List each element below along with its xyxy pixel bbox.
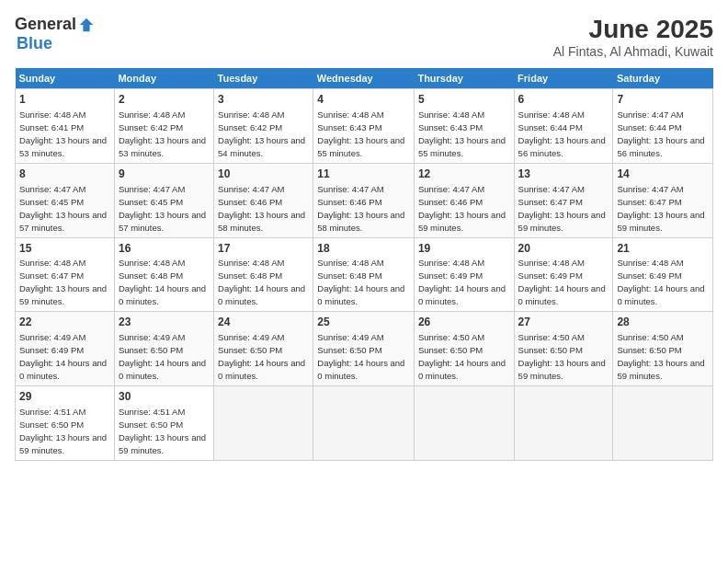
day-number: 17 — [218, 241, 309, 257]
day-number: 15 — [19, 241, 110, 257]
day-info: Sunrise: 4:50 AMSunset: 6:50 PMDaylight:… — [418, 332, 506, 381]
table-row: 26Sunrise: 4:50 AMSunset: 6:50 PMDayligh… — [414, 312, 514, 386]
day-info: Sunrise: 4:48 AMSunset: 6:47 PMDaylight:… — [19, 258, 107, 306]
calendar-week-row: 15Sunrise: 4:48 AMSunset: 6:47 PMDayligh… — [16, 237, 713, 312]
table-row — [613, 386, 713, 461]
day-info: Sunrise: 4:47 AMSunset: 6:47 PMDaylight:… — [518, 184, 606, 233]
logo-icon — [78, 17, 95, 33]
day-info: Sunrise: 4:48 AMSunset: 6:48 PMDaylight:… — [317, 258, 404, 306]
table-row: 5Sunrise: 4:48 AMSunset: 6:43 PMDaylight… — [414, 89, 514, 164]
day-number: 2 — [119, 92, 210, 108]
day-number: 10 — [218, 167, 309, 182]
calendar-header-row: Sunday Monday Tuesday Wednesday Thursday… — [16, 68, 713, 89]
table-row: 7Sunrise: 4:47 AMSunset: 6:44 PMDaylight… — [613, 89, 713, 164]
table-row: 28Sunrise: 4:50 AMSunset: 6:50 PMDayligh… — [613, 312, 713, 386]
day-number: 18 — [317, 241, 410, 257]
day-number: 13 — [518, 167, 609, 182]
header-sunday: Sunday — [16, 68, 115, 89]
day-info: Sunrise: 4:49 AMSunset: 6:49 PMDaylight:… — [19, 332, 107, 381]
day-number: 1 — [19, 92, 110, 108]
table-row: 22Sunrise: 4:49 AMSunset: 6:49 PMDayligh… — [16, 312, 115, 386]
table-row: 1Sunrise: 4:48 AMSunset: 6:41 PMDaylight… — [16, 89, 115, 164]
table-row: 19Sunrise: 4:48 AMSunset: 6:49 PMDayligh… — [414, 237, 514, 312]
day-info: Sunrise: 4:48 AMSunset: 6:42 PMDaylight:… — [119, 109, 206, 158]
page: General Blue June 2025 Al Fintas, Al Ahm… — [0, 0, 728, 563]
day-number: 6 — [518, 92, 609, 108]
day-number: 12 — [418, 167, 510, 182]
day-info: Sunrise: 4:47 AMSunset: 6:47 PMDaylight:… — [617, 184, 704, 233]
day-number: 16 — [119, 241, 210, 257]
day-number: 23 — [119, 315, 210, 330]
table-row: 17Sunrise: 4:48 AMSunset: 6:48 PMDayligh… — [214, 237, 313, 312]
day-info: Sunrise: 4:48 AMSunset: 6:44 PMDaylight:… — [518, 109, 606, 158]
table-row: 18Sunrise: 4:48 AMSunset: 6:48 PMDayligh… — [313, 237, 415, 312]
table-row — [414, 386, 514, 461]
day-number: 25 — [317, 315, 410, 330]
day-info: Sunrise: 4:48 AMSunset: 6:43 PMDaylight:… — [418, 109, 506, 158]
day-number: 20 — [518, 241, 609, 257]
table-row — [214, 386, 313, 461]
month-title: June 2025 — [553, 15, 713, 44]
day-number: 28 — [617, 315, 709, 330]
title-area: June 2025 Al Fintas, Al Ahmadi, Kuwait — [553, 15, 713, 59]
table-row: 8Sunrise: 4:47 AMSunset: 6:45 PMDaylight… — [16, 163, 115, 237]
day-info: Sunrise: 4:49 AMSunset: 6:50 PMDaylight:… — [317, 332, 404, 381]
day-number: 29 — [19, 389, 110, 405]
day-info: Sunrise: 4:51 AMSunset: 6:50 PMDaylight:… — [119, 407, 206, 455]
table-row: 15Sunrise: 4:48 AMSunset: 6:47 PMDayligh… — [16, 237, 115, 312]
table-row: 21Sunrise: 4:48 AMSunset: 6:49 PMDayligh… — [613, 237, 713, 312]
day-number: 27 — [518, 315, 609, 330]
calendar-week-row: 8Sunrise: 4:47 AMSunset: 6:45 PMDaylight… — [16, 163, 713, 237]
day-info: Sunrise: 4:51 AMSunset: 6:50 PMDaylight:… — [19, 407, 107, 455]
table-row: 2Sunrise: 4:48 AMSunset: 6:42 PMDaylight… — [114, 89, 213, 164]
day-info: Sunrise: 4:48 AMSunset: 6:49 PMDaylight:… — [418, 258, 506, 306]
table-row — [514, 386, 613, 461]
day-number: 4 — [317, 92, 410, 108]
table-row: 9Sunrise: 4:47 AMSunset: 6:45 PMDaylight… — [114, 163, 213, 237]
table-row: 20Sunrise: 4:48 AMSunset: 6:49 PMDayligh… — [514, 237, 613, 312]
day-info: Sunrise: 4:47 AMSunset: 6:46 PMDaylight:… — [218, 184, 305, 233]
table-row: 27Sunrise: 4:50 AMSunset: 6:50 PMDayligh… — [514, 312, 613, 386]
day-info: Sunrise: 4:50 AMSunset: 6:50 PMDaylight:… — [518, 332, 606, 381]
logo-text: General — [15, 15, 95, 34]
day-info: Sunrise: 4:47 AMSunset: 6:46 PMDaylight:… — [418, 184, 506, 233]
header-wednesday: Wednesday — [313, 68, 415, 89]
day-info: Sunrise: 4:49 AMSunset: 6:50 PMDaylight:… — [119, 332, 206, 381]
table-row: 10Sunrise: 4:47 AMSunset: 6:46 PMDayligh… — [214, 163, 313, 237]
day-number: 24 — [218, 315, 309, 330]
day-info: Sunrise: 4:48 AMSunset: 6:43 PMDaylight:… — [317, 109, 404, 158]
table-row: 13Sunrise: 4:47 AMSunset: 6:47 PMDayligh… — [514, 163, 613, 237]
day-info: Sunrise: 4:48 AMSunset: 6:49 PMDaylight:… — [518, 258, 606, 306]
day-info: Sunrise: 4:47 AMSunset: 6:46 PMDaylight:… — [317, 184, 404, 233]
day-number: 8 — [19, 167, 110, 182]
day-info: Sunrise: 4:47 AMSunset: 6:45 PMDaylight:… — [119, 184, 206, 233]
logo-general: General — [15, 15, 76, 34]
table-row: 24Sunrise: 4:49 AMSunset: 6:50 PMDayligh… — [214, 312, 313, 386]
header-thursday: Thursday — [414, 68, 514, 89]
header-monday: Monday — [114, 68, 213, 89]
table-row: 11Sunrise: 4:47 AMSunset: 6:46 PMDayligh… — [313, 163, 415, 237]
calendar-week-row: 22Sunrise: 4:49 AMSunset: 6:49 PMDayligh… — [16, 312, 713, 386]
table-row — [313, 386, 415, 461]
table-row: 30Sunrise: 4:51 AMSunset: 6:50 PMDayligh… — [114, 386, 213, 461]
location: Al Fintas, Al Ahmadi, Kuwait — [553, 44, 713, 59]
header-saturday: Saturday — [613, 68, 713, 89]
day-info: Sunrise: 4:49 AMSunset: 6:50 PMDaylight:… — [218, 332, 305, 381]
table-row: 23Sunrise: 4:49 AMSunset: 6:50 PMDayligh… — [114, 312, 213, 386]
day-info: Sunrise: 4:47 AMSunset: 6:44 PMDaylight:… — [617, 109, 704, 158]
day-info: Sunrise: 4:48 AMSunset: 6:48 PMDaylight:… — [119, 258, 206, 306]
day-number: 30 — [119, 389, 210, 405]
header-friday: Friday — [514, 68, 613, 89]
logo: General Blue — [15, 15, 95, 53]
day-number: 26 — [418, 315, 510, 330]
day-number: 14 — [617, 167, 709, 182]
header: General Blue June 2025 Al Fintas, Al Ahm… — [15, 15, 713, 59]
calendar-week-row: 1Sunrise: 4:48 AMSunset: 6:41 PMDaylight… — [16, 89, 713, 164]
table-row: 14Sunrise: 4:47 AMSunset: 6:47 PMDayligh… — [613, 163, 713, 237]
day-number: 7 — [617, 92, 709, 108]
day-number: 19 — [418, 241, 510, 257]
day-number: 21 — [617, 241, 709, 257]
calendar-week-row: 29Sunrise: 4:51 AMSunset: 6:50 PMDayligh… — [16, 386, 713, 461]
header-tuesday: Tuesday — [214, 68, 313, 89]
table-row: 16Sunrise: 4:48 AMSunset: 6:48 PMDayligh… — [114, 237, 213, 312]
